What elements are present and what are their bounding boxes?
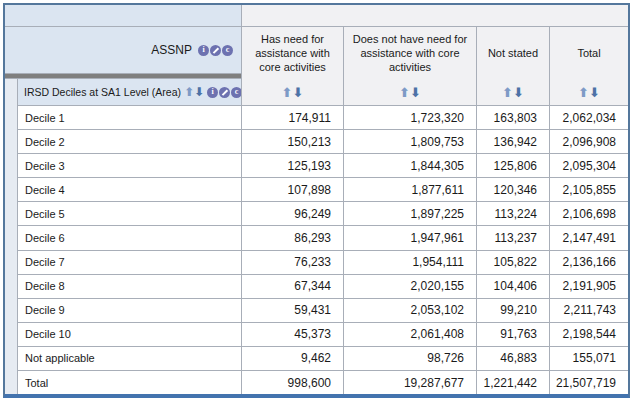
value-cell: 1,897,225	[344, 202, 476, 225]
column-header-label: Total	[550, 27, 628, 79]
value-cell: 2,020,155	[344, 275, 476, 298]
value-cell: 1,221,442	[477, 371, 549, 394]
sort-descending-icon[interactable]: ⬇	[410, 85, 421, 100]
value-cell: 86,293	[242, 226, 343, 249]
column-header: Does not have need for assistance with c…	[344, 27, 476, 105]
sort-descending-icon[interactable]: ⬇	[589, 85, 600, 100]
value-cell: 1,723,320	[344, 106, 476, 129]
value-cell: 105,822	[477, 251, 549, 274]
exclude-icon[interactable]	[219, 87, 230, 98]
column-header-label: Does not have need for assistance with c…	[344, 27, 476, 79]
value-cell: 2,198,544	[550, 323, 628, 346]
value-cell: 1,877,611	[344, 178, 476, 201]
value-cell: 125,806	[477, 154, 549, 177]
value-cell: 120,346	[477, 178, 549, 201]
top-strip-left	[5, 5, 241, 26]
value-cell: 2,105,855	[550, 178, 628, 201]
row-label-cell: Not applicable	[18, 347, 241, 370]
sort-descending-icon[interactable]: ⬇	[513, 85, 524, 100]
value-cell: 2,211,743	[550, 299, 628, 322]
value-cell: 19,287,677	[344, 371, 476, 394]
data-table: ASSNP i c IRSD Deciles at SA1 Level (Are…	[3, 3, 630, 398]
value-cell: 2,096,908	[550, 130, 628, 153]
c-icon[interactable]: c	[231, 87, 241, 98]
value-cell: 107,898	[242, 178, 343, 201]
value-cell: 125,193	[242, 154, 343, 177]
assnp-icon-group: i c	[198, 45, 233, 56]
column-header-label: Not stated	[477, 27, 549, 79]
column-sort-control: ⬆ ⬇	[242, 79, 343, 105]
column-header-label: Has need for assistance with core activi…	[242, 27, 343, 79]
value-cell: 91,763	[477, 323, 549, 346]
top-strip-right	[242, 5, 628, 26]
sort-ascending-icon[interactable]: ⬆	[399, 85, 410, 100]
row-label-cell: Decile 1	[18, 106, 241, 129]
value-cell: 99,210	[477, 299, 549, 322]
row-label-cell: Decile 9	[18, 299, 241, 322]
value-cell: 46,883	[477, 347, 549, 370]
value-cell: 96,249	[242, 202, 343, 225]
row-label-cell: Decile 10	[18, 323, 241, 346]
info-icon[interactable]: i	[207, 87, 218, 98]
value-cell: 45,373	[242, 323, 343, 346]
row-label-cell: Decile 5	[18, 202, 241, 225]
value-cell: 104,406	[477, 275, 549, 298]
value-cell: 1,844,305	[344, 154, 476, 177]
c-icon[interactable]: c	[222, 45, 233, 56]
value-cell: 67,344	[242, 275, 343, 298]
value-cell: 2,136,166	[550, 251, 628, 274]
value-cell: 2,053,102	[344, 299, 476, 322]
row-label-cell: Decile 7	[18, 251, 241, 274]
row-label-cell: Total	[18, 371, 241, 394]
row-label-cell: Decile 8	[18, 275, 241, 298]
value-cell: 98,726	[344, 347, 476, 370]
value-cell: 2,061,408	[344, 323, 476, 346]
row-label-cell: Decile 2	[18, 130, 241, 153]
sort-descending-icon[interactable]: ⬇	[194, 85, 204, 99]
value-cell: 155,071	[550, 347, 628, 370]
value-cell: 150,213	[242, 130, 343, 153]
value-cell: 21,507,719	[550, 371, 628, 394]
value-cell: 2,062,034	[550, 106, 628, 129]
value-cell: 1,947,961	[344, 226, 476, 249]
row-label-cell: Decile 6	[18, 226, 241, 249]
value-cell: 998,600	[242, 371, 343, 394]
irsd-icon-group: i c	[207, 87, 241, 98]
column-header: Has need for assistance with core activi…	[242, 27, 343, 105]
value-cell: 113,237	[477, 226, 549, 249]
column-sort-control: ⬆ ⬇	[550, 79, 628, 105]
column-dimension-label: ASSNP	[151, 43, 192, 57]
value-cell: 2,106,698	[550, 202, 628, 225]
value-cell: 163,803	[477, 106, 549, 129]
sort-ascending-icon[interactable]: ⬆	[502, 85, 513, 100]
value-cell: 2,095,304	[550, 154, 628, 177]
value-cell: 76,233	[242, 251, 343, 274]
row-dimension-header: IRSD Deciles at SA1 Level (Area) ⬆ ⬇ i c	[18, 79, 241, 105]
value-cell: 113,224	[477, 202, 549, 225]
value-cell: 59,431	[242, 299, 343, 322]
value-cell: 2,147,491	[550, 226, 628, 249]
sort-ascending-icon[interactable]: ⬆	[282, 85, 293, 100]
sort-descending-icon[interactable]: ⬇	[293, 85, 304, 100]
column-header: Total ⬆ ⬇	[550, 27, 628, 105]
sort-ascending-icon[interactable]: ⬆	[578, 85, 589, 100]
column-sort-control: ⬆ ⬇	[344, 79, 476, 105]
row-dimension-label: IRSD Deciles at SA1 Level (Area)	[24, 86, 181, 98]
info-icon[interactable]: i	[198, 45, 209, 56]
row-label-cell: Decile 3	[18, 154, 241, 177]
value-cell: 2,191,905	[550, 275, 628, 298]
value-cell: 136,942	[477, 130, 549, 153]
column-header: Not stated ⬆ ⬇	[477, 27, 549, 105]
value-cell: 9,462	[242, 347, 343, 370]
value-cell: 1,954,111	[344, 251, 476, 274]
page: ASSNP i c IRSD Deciles at SA1 Level (Are…	[0, 0, 631, 404]
row-sort-control: ⬆ ⬇	[184, 85, 204, 99]
left-gutter	[5, 79, 17, 394]
row-label-cell: Decile 4	[18, 178, 241, 201]
value-cell: 1,809,753	[344, 130, 476, 153]
exclude-icon[interactable]	[210, 45, 221, 56]
sort-ascending-icon[interactable]: ⬆	[184, 85, 194, 99]
value-cell: 174,911	[242, 106, 343, 129]
column-dimension-header: ASSNP i c	[5, 27, 241, 73]
separator-bar	[5, 74, 241, 78]
